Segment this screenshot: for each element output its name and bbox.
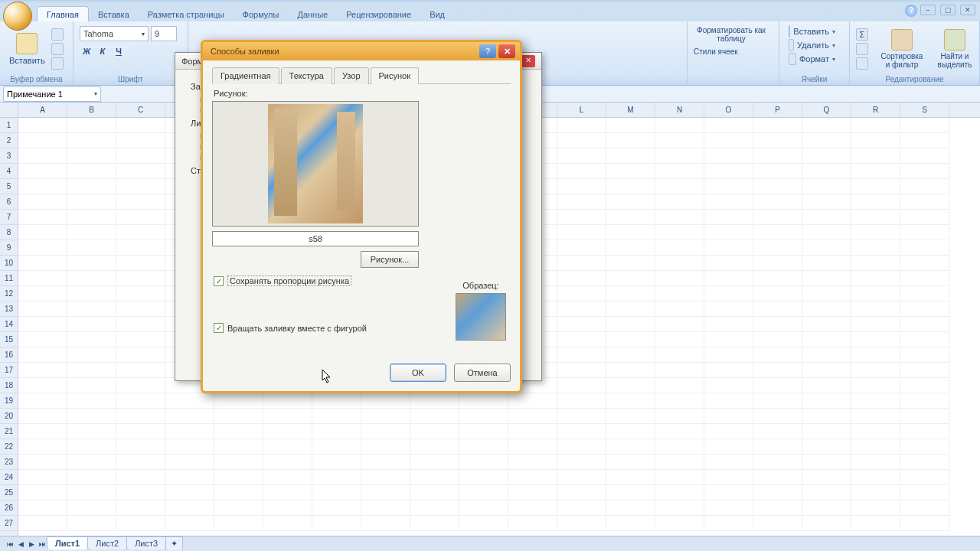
- cell[interactable]: [214, 455, 263, 470]
- cell[interactable]: [802, 424, 851, 439]
- cell[interactable]: [116, 485, 165, 500]
- cell[interactable]: [459, 439, 508, 455]
- underline-button[interactable]: Ч: [112, 44, 126, 58]
- column-header[interactable]: R: [851, 103, 900, 117]
- cell[interactable]: [165, 409, 214, 424]
- cell[interactable]: [851, 439, 900, 455]
- cell[interactable]: [900, 470, 949, 485]
- cell[interactable]: [753, 317, 802, 332]
- cell[interactable]: [557, 271, 606, 286]
- column-header[interactable]: P: [753, 103, 802, 117]
- cell[interactable]: [116, 118, 165, 133]
- cell[interactable]: [704, 148, 753, 164]
- cell[interactable]: [704, 485, 753, 500]
- cell[interactable]: [802, 516, 851, 531]
- cell[interactable]: [67, 332, 116, 347]
- cell[interactable]: [508, 393, 557, 409]
- cell[interactable]: [900, 210, 949, 225]
- cell[interactable]: [67, 409, 116, 424]
- cell[interactable]: [900, 240, 949, 256]
- cell[interactable]: [900, 485, 949, 500]
- cell[interactable]: [606, 240, 655, 256]
- cell[interactable]: [361, 516, 410, 531]
- row-header[interactable]: 2: [0, 133, 18, 148]
- minimize-button[interactable]: –: [920, 5, 936, 15]
- cell[interactable]: [263, 439, 312, 455]
- cell[interactable]: [18, 256, 67, 271]
- cell[interactable]: [67, 439, 116, 455]
- cell[interactable]: [557, 347, 606, 363]
- cell[interactable]: [18, 194, 67, 210]
- cell[interactable]: [67, 286, 116, 302]
- cell[interactable]: [900, 347, 949, 363]
- cell[interactable]: [900, 179, 949, 194]
- row-header[interactable]: 25: [0, 485, 18, 500]
- cell[interactable]: [67, 194, 116, 210]
- cell[interactable]: [753, 424, 802, 439]
- row-header[interactable]: 9: [0, 240, 18, 256]
- cell[interactable]: [165, 424, 214, 439]
- cell[interactable]: [67, 455, 116, 470]
- cell[interactable]: [655, 516, 704, 531]
- cell[interactable]: [655, 164, 704, 179]
- cell[interactable]: [606, 332, 655, 347]
- cell[interactable]: [655, 500, 704, 516]
- cell[interactable]: [557, 240, 606, 256]
- row-header[interactable]: 23: [0, 455, 18, 470]
- cell[interactable]: [67, 164, 116, 179]
- cell[interactable]: [753, 485, 802, 500]
- column-header[interactable]: M: [606, 103, 655, 117]
- cell[interactable]: [116, 393, 165, 409]
- cell[interactable]: [508, 439, 557, 455]
- cell[interactable]: [165, 455, 214, 470]
- cell[interactable]: [802, 118, 851, 133]
- cell[interactable]: [606, 485, 655, 500]
- cell[interactable]: [851, 378, 900, 393]
- cell[interactable]: [753, 455, 802, 470]
- cell[interactable]: [851, 286, 900, 302]
- cell[interactable]: [851, 210, 900, 225]
- cell[interactable]: [116, 455, 165, 470]
- sheet-nav-first[interactable]: ⏮: [5, 539, 15, 549]
- cell[interactable]: [18, 424, 67, 439]
- dialog-titlebar[interactable]: Способы заливки ? ✕: [203, 42, 520, 60]
- cell[interactable]: [116, 470, 165, 485]
- cell[interactable]: [116, 194, 165, 210]
- cell[interactable]: [704, 118, 753, 133]
- cell[interactable]: [606, 317, 655, 332]
- cell[interactable]: [851, 179, 900, 194]
- row-header[interactable]: 3: [0, 148, 18, 164]
- cell[interactable]: [704, 210, 753, 225]
- cell[interactable]: [18, 271, 67, 286]
- cut-icon[interactable]: [51, 28, 64, 41]
- cell[interactable]: [900, 332, 949, 347]
- row-header[interactable]: 5: [0, 179, 18, 194]
- cell[interactable]: [557, 256, 606, 271]
- cell[interactable]: [851, 409, 900, 424]
- italic-button[interactable]: К: [96, 44, 109, 58]
- fill-icon[interactable]: [856, 43, 868, 55]
- cell[interactable]: [655, 424, 704, 439]
- cell[interactable]: [67, 133, 116, 148]
- sheet-tab-1[interactable]: Лист1: [47, 536, 88, 549]
- tab-formulas[interactable]: Формулы: [234, 7, 289, 21]
- new-sheet-button[interactable]: ✦: [165, 536, 183, 550]
- cell[interactable]: [165, 485, 214, 500]
- row-header[interactable]: 16: [0, 347, 18, 363]
- cell[interactable]: [900, 378, 949, 393]
- cell[interactable]: [802, 225, 851, 240]
- cell[interactable]: [18, 485, 67, 500]
- ok-button[interactable]: OK: [390, 364, 446, 382]
- cell[interactable]: [655, 409, 704, 424]
- cell[interactable]: [116, 225, 165, 240]
- cell[interactable]: [802, 210, 851, 225]
- cell[interactable]: [410, 516, 459, 531]
- row-header[interactable]: 12: [0, 286, 18, 302]
- autosum-icon[interactable]: Σ: [856, 28, 868, 41]
- cell[interactable]: [410, 409, 459, 424]
- cell[interactable]: [557, 455, 606, 470]
- cell[interactable]: [165, 393, 214, 409]
- cell[interactable]: [508, 409, 557, 424]
- cell[interactable]: [606, 393, 655, 409]
- cell[interactable]: [263, 500, 312, 516]
